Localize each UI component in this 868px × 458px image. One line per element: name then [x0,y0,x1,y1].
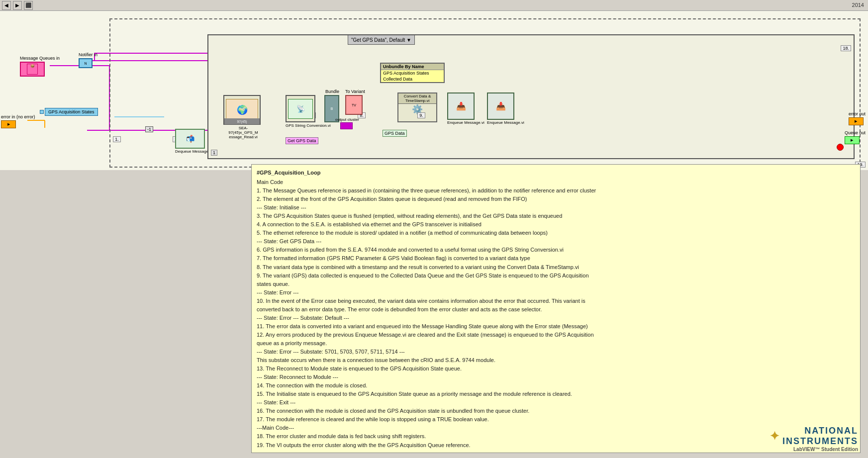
desc-line: --- State: Get GPS Data --- [257,237,855,246]
desc-line: ---Main Code--- [257,424,855,432]
desc-line: 2. The element at the front of the GPS A… [257,195,855,203]
sea-vi-block: 🌍 97(45) SEA- 97(45)x_GPS_M essage_Read.… [223,95,263,139]
inner-1-badge: 1 [211,150,217,156]
desc-line: --- State: Error --- Substate: 5701, 570… [257,348,855,356]
ni-edition: LabVIEW™ Student Edition [770,447,858,452]
toolbar-back-btn[interactable]: ◀ [2,1,11,10]
minus1-badge: -1 [145,126,153,132]
desc-title: #GPS_Acquisition_Loop [257,169,855,177]
notifier-block: Notifier in N [79,52,97,68]
unbundle-row-gps: GPS Acquisition States [381,70,444,76]
desc-subtitle: Main Code [257,178,855,186]
unbundle-by-name: Unbundle By Name GPS Acquisition States … [380,63,445,83]
desc-line: 6. GPS information is pulled from the S.… [257,246,855,254]
desc-line: 15. The Initialise state is enqueued to … [257,390,855,398]
ni-national: NATIONAL [782,426,858,436]
enqueue-2-vi: 📥 Enqueue Message.vi [487,92,524,125]
case-selector[interactable]: "Get GPS Data", Default ▼ [348,35,415,45]
toolbar: ◀ ▶ ⬛ [0,0,868,11]
desc-line: 1. The Message Queues reference is passe… [257,186,855,195]
num-1-badge: 1. [113,136,121,142]
desc-line: 8. The variant data type is combined wit… [257,263,855,272]
get-gps-data-label: Get GPS Data [286,137,318,144]
to-variant-block: TV [345,95,363,115]
desc-line: 11. The error data is converted into a v… [257,322,855,331]
desc-line: 18. The error cluster and module data is… [257,432,855,441]
desc-line: This substate occurs when there is a con… [257,356,855,365]
ni-logo: ✦ NATIONAL INSTRUMENTS LabVIEW™ Student … [770,426,858,452]
enqueue-1-vi: 📥 Enqueue Message.vi [447,92,484,125]
num-18-badge: 18. [841,45,851,51]
queue-out-area: Queue out ▶ [845,130,866,144]
desc-line: 7. The formatted information (GPS RMC Pa… [257,254,855,263]
unbundle-row-collected: Collected Data [381,76,444,82]
desc-line: --- State: Error --- [257,288,855,297]
desc-line: 17. The module reference is cleared and … [257,415,855,424]
desc-line: 10. In the event of the Error case being… [257,297,855,305]
message-queues-label: Message Queues in [20,56,60,61]
desc-lines: 1. The Message Queues reference is passe… [257,186,855,449]
outer-while-loop: 1. 2. -1 📬 Dequeue Message.vi "Get GPS D… [109,18,861,168]
desc-line: 16. The connection with the module is cl… [257,407,855,415]
desc-line: --- State: Error --- Substate: Default -… [257,314,855,322]
desc-line: 9. The variant (GPS) data collected is e… [257,272,855,280]
desc-line: --- State: Exit --- [257,398,855,407]
desc-line: 5. The ethernet reference to the module … [257,229,855,237]
description-panel: #GPS_Acquisition_Loop Main Code 1. The M… [251,164,861,453]
inner-case-structure: "Get GPS Data", Default ▼ 6. 7. 8. 9. 🌍 … [207,34,855,159]
error-out-label: error out [849,111,866,116]
output-cluster-block [340,122,353,129]
desc-line: --- State: Reconnect to Module --- [257,373,855,381]
to-variant-label: To Variant [345,89,365,94]
desc-line: --- State: Initialise --- [257,203,855,212]
dequeue-label: Dequeue Message.vi [175,149,212,154]
message-queues-block: Message Queues in 📦 [20,56,60,77]
num9-inner: 9. [417,112,425,118]
error-in-label: error in (no error) [1,114,35,119]
desc-line: 13. The Reconnect to Module state is enq… [257,365,855,373]
desc-line: queue as a priority message. [257,339,855,348]
stop-circle [837,144,844,151]
desc-line: states queue. [257,280,855,288]
error-out-area: error out ▶ [849,111,866,125]
dequeue-vi: 📬 Dequeue Message.vi [175,129,212,154]
ni-instruments: INSTRUMENTS [782,436,858,447]
toolbar-forward-btn[interactable]: ▶ [13,1,22,10]
sea-vi-label: SEA- 97(45)x_GPS_M essage_Read.vi [223,126,263,139]
desc-line: 12. Any errors produced by the previous … [257,331,855,339]
desc-line: converted back to an error data type. Th… [257,305,855,314]
desc-line: 14. The connection with the module is cl… [257,381,855,390]
gps-data-label: GPS Data [383,130,407,137]
output-cluster-label: output cluster [335,117,359,122]
desc-line: 4. A connection to the S.E.A. is establi… [257,220,855,229]
year-label: 2014 [852,2,864,8]
notifier-label: Notifier in [79,52,97,57]
bundle-label: Bundle [325,89,339,94]
toolbar-stop-btn[interactable]: ⬛ [24,1,33,10]
error-in-area: error in (no error) ▶ [1,114,35,128]
unbundle-title: Unbundle By Name [381,64,444,70]
ni-symbol: ✦ [770,429,779,443]
desc-line: 3. The GPS Acquisition States queue is f… [257,212,855,220]
gps-terminal-box: GPS Acquisition States [45,108,98,116]
enqueue-1-label: Enqueue Message.vi [447,120,484,125]
enqueue-2-label: Enqueue Message.vi [487,120,524,125]
desc-line: 19. The VI outputs the error cluster alo… [257,441,855,450]
gps-acquisition-states-terminal: GPS Acquisition States [40,108,98,116]
queue-out-label: Queue out [845,130,866,135]
convert-data-label: Convert Data & TimeStamp.vi [398,93,436,104]
diagram-area: Message Queues in 📦 Notifier in N error … [0,11,868,170]
gps-string-label: GPS String Conversion.vi [286,123,331,128]
